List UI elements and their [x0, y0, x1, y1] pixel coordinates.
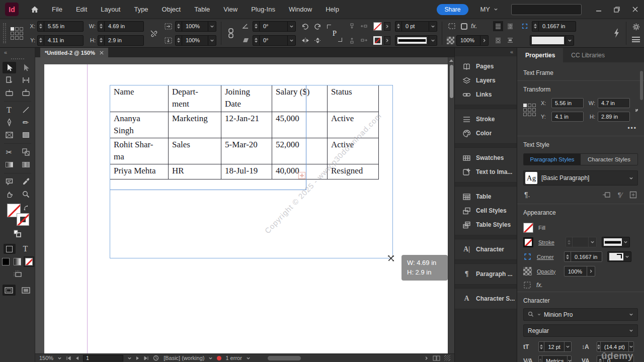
panel-table-styles[interactable]: Table Styles: [455, 218, 517, 232]
stroke-swatch-none[interactable]: [373, 36, 382, 45]
corner-radius-field[interactable]: 0.1667 in: [564, 251, 602, 262]
constrain-proportions-broken-icon[interactable]: [148, 28, 158, 38]
flip-horizontal-icon[interactable]: [300, 35, 310, 45]
select-next-object-icon[interactable]: [359, 35, 369, 45]
restore-button[interactable]: [608, 0, 626, 19]
opacity-field[interactable]: 100%: [456, 35, 489, 46]
corner-label[interactable]: Corner: [537, 254, 559, 260]
height-field[interactable]: 2.9 in: [98, 35, 144, 46]
preflight-icon[interactable]: [153, 355, 159, 361]
effects-icon[interactable]: fx.: [471, 23, 477, 30]
wrap-object-shape-icon[interactable]: [493, 35, 503, 45]
content-collector-tool[interactable]: [3, 87, 16, 99]
menu-edit[interactable]: Edit: [76, 6, 87, 13]
kerning-field[interactable]: Metrics: [538, 355, 572, 362]
panel-links[interactable]: Links: [455, 87, 517, 102]
clear-overrides-icon[interactable]: ¶⁄: [618, 191, 622, 199]
panel-menu-icon[interactable]: [631, 35, 641, 45]
wrap-none-icon[interactable]: [493, 21, 503, 31]
collapse-dock-icon[interactable]: «: [455, 48, 517, 56]
document-tab[interactable]: *Untitled-2 @ 150%: [40, 48, 108, 57]
shear-angle-field[interactable]: 0°: [253, 35, 296, 46]
tab-paragraph-styles[interactable]: Paragraph Styles: [524, 154, 581, 165]
collapse-tools-icon[interactable]: «: [4, 49, 7, 55]
stroke-weight-field[interactable]: 0 pt: [395, 21, 437, 32]
error-dropdown-icon[interactable]: [246, 356, 251, 360]
transform-more-options[interactable]: •••: [517, 124, 644, 136]
scale-x-field[interactable]: 100%: [175, 21, 216, 32]
rotate-ccw-icon[interactable]: [312, 21, 323, 31]
stroke-weight-field-disabled[interactable]: [566, 237, 597, 247]
cell-options-icon[interactable]: [13, 270, 22, 280]
selection-tool[interactable]: [3, 62, 16, 73]
scale-y-field[interactable]: 100%: [175, 35, 216, 46]
scroll-up-icon[interactable]: [449, 59, 453, 62]
properties-reference-point-grid[interactable]: [523, 104, 536, 116]
menu-help[interactable]: Help: [326, 6, 339, 13]
fill-stroke-indicator[interactable]: [6, 204, 29, 226]
corner-radius-field[interactable]: 0.1667 in: [532, 21, 576, 32]
menu-type[interactable]: Type: [134, 6, 148, 13]
font-style-dropdown[interactable]: Regular: [523, 324, 638, 337]
first-page-button[interactable]: [66, 356, 71, 360]
page[interactable]: Name Depart- ment Joining Date Salary ($…: [44, 64, 448, 353]
paragraph-style-dropdown[interactable]: Ag [Basic Paragraph]: [523, 170, 638, 186]
panel-drag-handle[interactable]: [3, 23, 6, 43]
apply-color-button[interactable]: [2, 258, 10, 265]
panel-cell-styles[interactable]: Cell Styles: [455, 204, 517, 218]
tab-properties[interactable]: Properties: [517, 48, 563, 62]
fill-expand-button[interactable]: [384, 22, 390, 31]
panel-swatches[interactable]: Swatches: [455, 151, 517, 165]
stroke-label[interactable]: Stroke: [538, 239, 560, 245]
stroke-none-swatch[interactable]: [523, 237, 533, 247]
fill-swatch-none[interactable]: [373, 22, 382, 31]
direct-selection-tool[interactable]: [19, 62, 33, 73]
vertical-scrollbar[interactable]: [448, 57, 454, 353]
width-field[interactable]: 4.69 in: [98, 21, 144, 32]
free-transform-tool[interactable]: [19, 146, 33, 158]
share-button[interactable]: Share: [437, 4, 468, 15]
corner-options-icon[interactable]: [447, 21, 457, 31]
panel-color[interactable]: Color: [455, 126, 517, 140]
link-icon[interactable]: [226, 28, 236, 38]
swap-fill-stroke-icon[interactable]: [23, 204, 29, 213]
wrap-jump-object-icon[interactable]: [505, 35, 515, 45]
gradient-feather-tool[interactable]: [19, 159, 33, 170]
stroke-expand-button[interactable]: [384, 36, 390, 45]
tools-drag-handle[interactable]: [11, 58, 24, 59]
select-content-icon[interactable]: [347, 21, 357, 31]
pencil-tool[interactable]: ✏: [19, 117, 33, 128]
close-button[interactable]: [626, 0, 644, 19]
panel-table[interactable]: Table: [455, 190, 517, 204]
hand-tool[interactable]: [3, 189, 16, 200]
menu-layout[interactable]: Layout: [101, 6, 120, 13]
minimize-button[interactable]: [590, 0, 608, 19]
gradient-swatch-tool[interactable]: [3, 159, 16, 170]
effects-icon[interactable]: fx.: [536, 282, 543, 289]
zoom-dropdown-icon[interactable]: [57, 356, 62, 360]
spread-view-icon[interactable]: [433, 355, 440, 361]
document-canvas[interactable]: Name Depart- ment Joining Date Salary ($…: [35, 57, 454, 353]
close-tab-icon[interactable]: [100, 51, 104, 55]
previous-page-button[interactable]: [75, 356, 79, 360]
panel-layers[interactable]: Layers: [455, 73, 517, 87]
props-h-field[interactable]: 2.89 in: [598, 112, 630, 122]
panel-paragraph-styles[interactable]: ¶ Paragraph ...: [455, 267, 517, 281]
fill-none-swatch[interactable]: [523, 223, 533, 233]
menu-file[interactable]: File: [52, 6, 62, 13]
wrap-bounding-box-icon[interactable]: [505, 21, 515, 31]
props-y-field[interactable]: 4.1 in: [551, 112, 584, 122]
corner-shape-dropdown[interactable]: [607, 251, 631, 262]
x-position-field[interactable]: 5.55 in: [37, 21, 84, 32]
horizontal-scroll-thumb[interactable]: [268, 356, 301, 360]
opacity-label[interactable]: Opacity: [537, 268, 559, 275]
stroke-type-dropdown[interactable]: [395, 35, 437, 46]
normal-view-mode-button[interactable]: [3, 285, 16, 296]
redefine-style-icon[interactable]: [602, 191, 611, 199]
font-family-dropdown[interactable]: Minion Pro: [523, 308, 638, 321]
window-resize-grip[interactable]: [444, 355, 450, 361]
rotation-angle-field[interactable]: 0°: [253, 21, 296, 32]
select-container-icon[interactable]: [347, 35, 357, 45]
zoom-level[interactable]: 150%: [39, 355, 53, 361]
rotate-cw-icon[interactable]: [300, 21, 310, 31]
